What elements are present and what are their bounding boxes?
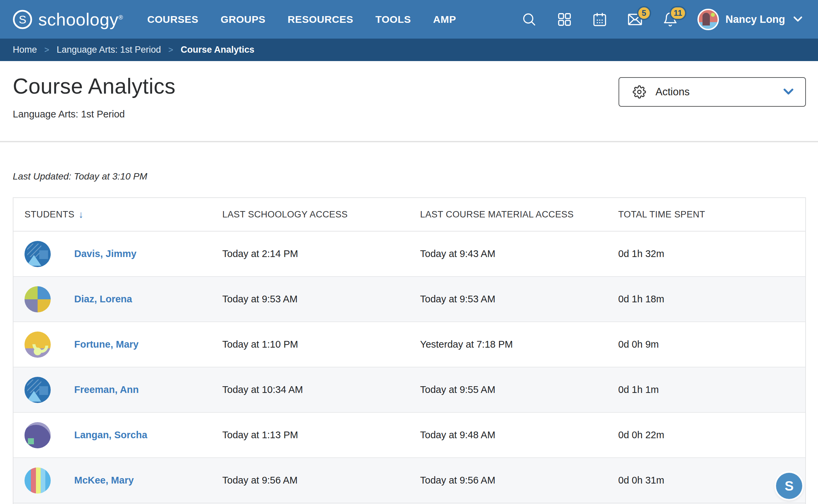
top-navigation-bar: S schoology® COURSES GROUPS RESOURCES TO…: [0, 0, 818, 39]
student-avatar: [25, 467, 51, 494]
calendar-icon[interactable]: [592, 11, 608, 28]
notifications-bell-icon[interactable]: 11: [662, 11, 678, 28]
table-row: Langan, Sorcha Today at 1:13 PM Today at…: [13, 413, 805, 458]
user-menu[interactable]: Nancy Long: [697, 9, 804, 30]
student-avatar: [25, 422, 51, 448]
last-course-material-access-value: Today at 9:48 AM: [419, 430, 618, 441]
total-time-spent-value: 0d 0h 22m: [618, 430, 805, 441]
user-name: Nancy Long: [726, 13, 785, 26]
nav-item-groups[interactable]: GROUPS: [221, 14, 266, 25]
nav-item-tools[interactable]: TOOLS: [375, 14, 411, 25]
breadcrumb-current-page: Course Analytics: [181, 45, 255, 55]
column-header-students[interactable]: STUDENTS ↓: [13, 209, 222, 220]
last-schoology-access-value: Today at 9:56 AM: [222, 475, 419, 486]
table-row: Freeman, Ann Today at 10:34 AM Today at …: [13, 367, 805, 413]
column-header-last-course-material-access[interactable]: LAST COURSE MATERIAL ACCESS: [419, 209, 618, 220]
svg-text:S: S: [19, 13, 27, 26]
sort-descending-icon: ↓: [79, 209, 84, 220]
total-time-spent-value: 0d 1h 1m: [618, 384, 805, 395]
last-course-material-access-value: Today at 9:56 AM: [419, 475, 618, 486]
actions-button[interactable]: Actions: [619, 77, 806, 107]
student-avatar: [25, 377, 51, 403]
messages-icon[interactable]: 5: [627, 11, 643, 28]
last-schoology-access-value: Today at 1:10 PM: [222, 339, 419, 350]
student-name-link[interactable]: Freeman, Ann: [74, 384, 139, 395]
student-name-link[interactable]: Langan, Sorcha: [74, 430, 147, 441]
course-analytics-table: STUDENTS ↓ LAST SCHOOLOGY ACCESS LAST CO…: [13, 197, 806, 504]
last-schoology-access-value: Today at 9:53 AM: [222, 294, 419, 305]
table-row: Diaz, Lorena Today at 9:53 AM Today at 9…: [13, 277, 805, 322]
breadcrumb-separator-icon: >: [168, 45, 173, 55]
table-row: Davis, Jimmy Today at 2:14 PM Today at 9…: [13, 232, 805, 277]
student-avatar: [25, 332, 51, 358]
page-subtitle: Language Arts: 1st Period: [13, 109, 818, 120]
main-content: Last Updated: Today at 3:10 PM STUDENTS …: [0, 171, 818, 504]
table-row: McKee, Mary Today at 9:56 AM Today at 9:…: [13, 458, 805, 503]
last-course-material-access-value: Yesterday at 7:18 PM: [419, 339, 618, 350]
last-updated-text: Last Updated: Today at 3:10 PM: [13, 171, 806, 182]
total-time-spent-value: 0d 1h 18m: [618, 294, 805, 305]
trademark: ®: [119, 14, 123, 20]
last-schoology-access-value: Today at 2:14 PM: [222, 248, 419, 259]
schoology-logo[interactable]: S schoology®: [12, 9, 123, 30]
breadcrumb-course[interactable]: Language Arts: 1st Period: [57, 45, 161, 55]
page-header: Course Analytics Language Arts: 1st Peri…: [0, 61, 818, 141]
last-course-material-access-value: Today at 9:53 AM: [419, 294, 618, 305]
header-divider: [0, 141, 818, 142]
student-name-link[interactable]: McKee, Mary: [74, 475, 134, 486]
support-float-button[interactable]: S: [776, 473, 802, 499]
brand-name: schoology®: [38, 9, 123, 30]
total-time-spent-value: 0d 1h 32m: [618, 248, 805, 259]
table-row: Fortune, Mary Today at 1:10 PM Yesterday…: [13, 322, 805, 367]
nav-item-courses[interactable]: COURSES: [147, 14, 198, 25]
breadcrumb-home[interactable]: Home: [13, 45, 37, 55]
table-header-row: STUDENTS ↓ LAST SCHOOLOGY ACCESS LAST CO…: [13, 198, 805, 232]
last-schoology-access-value: Today at 1:13 PM: [222, 430, 419, 441]
chevron-down-icon: [792, 13, 804, 26]
last-schoology-access-value: Today at 10:34 AM: [222, 384, 419, 395]
nav-item-resources[interactable]: RESOURCES: [288, 14, 353, 25]
messages-badge: 5: [637, 6, 651, 20]
app-grid-icon[interactable]: [556, 11, 573, 28]
last-course-material-access-value: Today at 9:55 AM: [419, 384, 618, 395]
breadcrumb: Home > Language Arts: 1st Period > Cours…: [0, 39, 818, 61]
nav-utilities: 5 11 Nancy Long: [521, 9, 804, 30]
student-avatar: [25, 286, 51, 312]
actions-label: Actions: [655, 86, 690, 98]
chevron-down-icon: [782, 85, 795, 99]
last-course-material-access-value: Today at 9:43 AM: [419, 248, 618, 259]
total-time-spent-value: 0d 0h 9m: [618, 339, 805, 350]
column-header-last-schoology-access[interactable]: LAST SCHOOLOGY ACCESS: [222, 209, 419, 220]
student-avatar: [25, 241, 51, 267]
notifications-badge: 11: [670, 6, 686, 20]
gear-icon: [633, 85, 646, 99]
schoology-s-icon: S: [12, 9, 33, 30]
breadcrumb-separator-icon: >: [44, 45, 49, 55]
student-name-link[interactable]: Diaz, Lorena: [74, 294, 132, 305]
user-avatar: [697, 9, 719, 30]
column-header-total-time-spent[interactable]: TOTAL TIME SPENT: [618, 209, 805, 220]
student-name-link[interactable]: Davis, Jimmy: [74, 248, 136, 259]
nav-item-amp[interactable]: AMP: [433, 14, 456, 25]
search-icon[interactable]: [521, 11, 537, 28]
primary-nav: COURSES GROUPS RESOURCES TOOLS AMP: [147, 14, 456, 25]
student-name-link[interactable]: Fortune, Mary: [74, 339, 139, 350]
